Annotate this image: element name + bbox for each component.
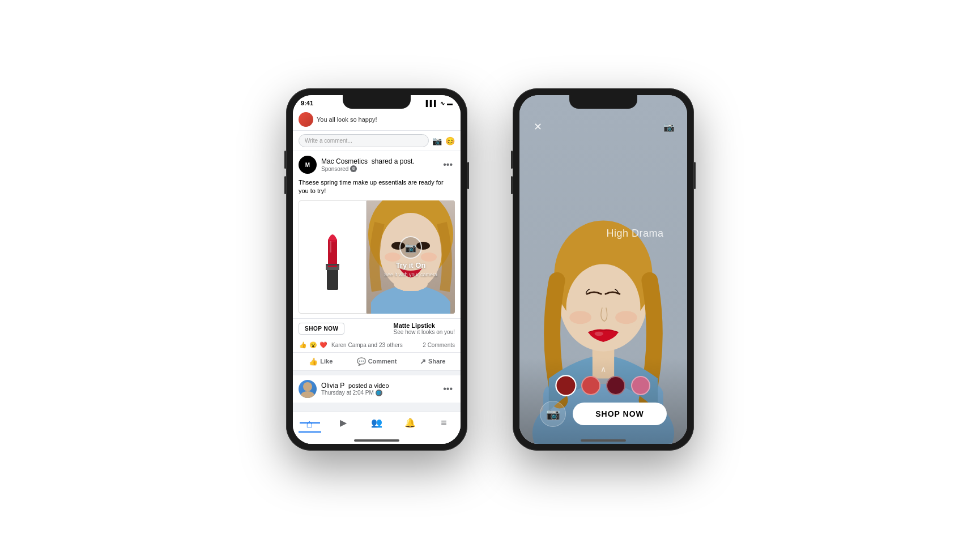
ar-camera-button[interactable]: 📷	[540, 401, 566, 427]
close-icon: ✕	[534, 121, 542, 133]
phone-ar-tryon: ✕ 📷 High Drama ∧	[513, 88, 694, 451]
svg-rect-0	[327, 268, 338, 290]
post-card: M Mac Cosmetics shared a post. Sponsored…	[293, 151, 461, 371]
video-icon: ▶	[340, 417, 347, 428]
share-icon: ↗	[420, 357, 426, 366]
phone-facebook: 9:41 ▌▌▌ ∿ ▬ You all look so happy!	[286, 88, 467, 451]
facebook-screen: 9:41 ▌▌▌ ∿ ▬ You all look so happy!	[293, 95, 461, 444]
post-meta: Mac Cosmetics shared a post. Sponsored ⚙	[321, 157, 436, 172]
color-swatches	[529, 376, 678, 395]
wifi-icon: ∿	[440, 100, 445, 106]
comments-count: 2 Comments	[423, 342, 455, 348]
ar-camera-icon: 📷	[546, 407, 560, 421]
ar-bottom-controls: ∧ 📷 SHOP NOW	[519, 358, 687, 444]
brand-avatar: M	[299, 156, 317, 174]
camera-flip-button[interactable]: 📷	[660, 118, 678, 136]
like-button[interactable]: 👍 Like	[293, 354, 349, 369]
scene: 9:41 ▌▌▌ ∿ ▬ You all look so happy!	[0, 0, 980, 539]
time-display: 9:41	[301, 100, 313, 106]
commenter-avatar	[299, 112, 313, 127]
product-info: Matte Lipstick See how it looks on you!	[394, 322, 455, 335]
svg-point-15	[301, 391, 314, 398]
bell-icon: 🔔	[404, 417, 416, 428]
comment-input[interactable]: Write a comment...	[299, 134, 429, 147]
sponsored-badge: ⚙	[350, 165, 357, 172]
nav-menu[interactable]: ≡	[427, 415, 461, 433]
shop-now-button[interactable]: SHOP NOW	[299, 323, 344, 335]
globe-icon: 🌐	[376, 390, 382, 396]
next-post-menu-button[interactable]: •••	[441, 384, 455, 394]
next-post-meta: Olivia P posted a video Thursday at 2:04…	[321, 382, 436, 396]
share-button[interactable]: ↗ Share	[404, 354, 461, 369]
camera-circle: 📷	[399, 236, 422, 259]
photo-icon[interactable]: 📷	[432, 136, 442, 146]
next-post-time: Thursday at 2:04 PM 🌐	[321, 390, 436, 396]
signal-icon: ▌▌▌	[426, 100, 438, 106]
ad-media: 📷 Try it On See it with your camera	[299, 200, 455, 314]
ar-shop-now-button[interactable]: SHOP NOW	[573, 403, 667, 425]
brand-name: Mac Cosmetics shared a post.	[321, 157, 436, 165]
tryon-preview[interactable]: 📷 Try it On See it with your camera	[367, 200, 455, 314]
svg-rect-2	[328, 240, 337, 267]
like-emoji: 👍	[299, 341, 308, 350]
wow-emoji: 😮	[309, 341, 318, 350]
svg-point-14	[303, 382, 312, 391]
groups-icon: 👥	[371, 417, 382, 428]
emoji-icon[interactable]: 😊	[445, 136, 455, 146]
product-sub: See how it looks on you!	[394, 329, 455, 335]
swatch-1[interactable]	[555, 375, 576, 396]
svg-point-11	[394, 277, 428, 291]
status-bar: 9:41 ▌▌▌ ∿ ▬	[293, 95, 461, 109]
nav-notifications[interactable]: 🔔	[394, 415, 427, 433]
reaction-emojis: 👍 😮 ❤️ Karen Campa and 23 others	[299, 341, 403, 350]
close-button[interactable]: ✕	[529, 118, 547, 136]
post-sponsored: Sponsored ⚙	[321, 165, 436, 172]
product-name: Matte Lipstick	[394, 322, 455, 329]
ar-ui-overlay: ✕ 📷 High Drama ∧	[519, 95, 687, 444]
post-header: M Mac Cosmetics shared a post. Sponsored…	[293, 151, 461, 178]
ar-actions: 📷 SHOP NOW	[529, 401, 678, 427]
ar-screen: ✕ 📷 High Drama ∧	[519, 95, 687, 444]
comment-input-row: Write a comment... 📷 😊	[293, 131, 461, 151]
battery-icon: ▬	[447, 100, 453, 106]
menu-icon: ≡	[441, 417, 447, 429]
tryon-label: Try it On	[396, 261, 426, 270]
camera-icon-small: 📷	[405, 242, 416, 253]
comment-text: You all look so happy!	[317, 116, 377, 123]
action-bar: 👍 Like 💬 Comment ↗ Share	[293, 352, 461, 371]
product-label: High Drama	[607, 228, 664, 239]
ad-shop-row: SHOP NOW Matte Lipstick See how it looks…	[293, 318, 461, 339]
post-body-text: Thsese spring time make up essentials ar…	[293, 178, 461, 200]
post-menu-button[interactable]: •••	[441, 160, 455, 170]
tryon-overlay: 📷 Try it On See it with your camera	[384, 236, 437, 277]
like-icon: 👍	[309, 357, 318, 366]
swatch-4[interactable]	[631, 376, 650, 395]
next-post-header: Olivia P posted a video Thursday at 2:04…	[293, 375, 461, 403]
tryon-sub: See it with your camera	[384, 272, 437, 277]
reactions-row: 👍 😮 ❤️ Karen Campa and 23 others 2 Comme…	[293, 339, 461, 352]
chevron-up: ∧	[529, 365, 678, 374]
nav-groups[interactable]: 👥	[360, 415, 393, 433]
product-image	[299, 200, 367, 314]
nav-home[interactable]: ⌂	[293, 415, 326, 433]
bottom-nav: ⌂ ▶ 👥 🔔 ≡	[293, 411, 461, 444]
ar-top-bar: ✕ 📷	[519, 95, 687, 143]
camera-flip-icon: 📷	[663, 122, 675, 132]
reaction-names: Karen Campa and 23 others	[331, 342, 403, 348]
lipstick-svg	[316, 223, 350, 291]
nav-video[interactable]: ▶	[326, 415, 360, 433]
comment-button[interactable]: 💬 Comment	[349, 354, 405, 369]
next-post-user: Olivia P posted a video	[321, 382, 436, 390]
heart-emoji: ❤️	[319, 341, 328, 350]
user-avatar	[299, 380, 317, 398]
swatch-2[interactable]	[581, 376, 600, 395]
swatch-3[interactable]	[606, 376, 625, 395]
comment-icon: 💬	[357, 357, 366, 366]
svg-rect-5	[330, 241, 331, 253]
svg-rect-4	[326, 264, 339, 266]
comment-row: You all look so happy!	[293, 109, 461, 131]
home-icon: ⌂	[306, 417, 313, 430]
